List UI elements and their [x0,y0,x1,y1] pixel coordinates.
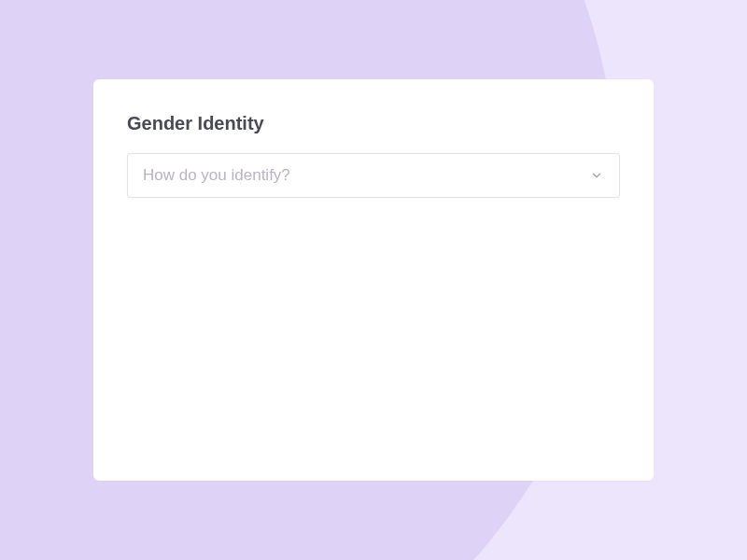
card-title: Gender Identity [127,113,620,134]
select-placeholder: How do you identify? [143,166,589,185]
gender-identity-select[interactable]: How do you identify? [127,153,620,198]
chevron-down-icon [589,168,604,183]
form-card: Gender Identity How do you identify? [93,79,654,481]
